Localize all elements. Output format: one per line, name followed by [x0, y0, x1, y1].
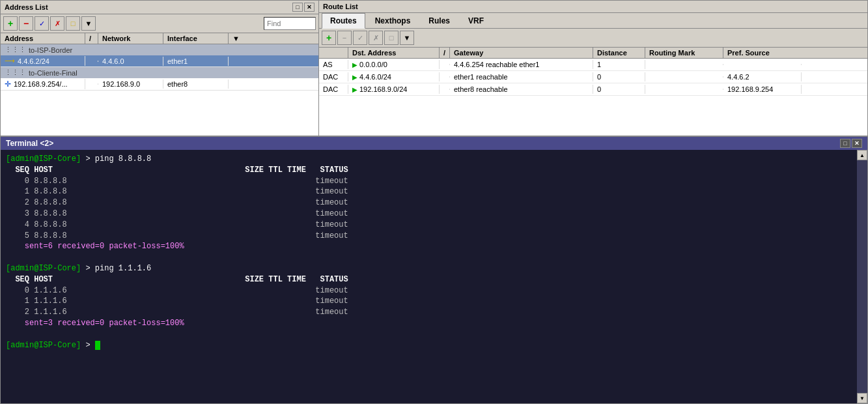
route-x-icon: ✗: [373, 34, 379, 42]
route-list-title: Route List: [323, 3, 358, 10]
terminal-ping1-row5: 5 8.8.8.8 timeout: [6, 231, 852, 242]
route-x-button[interactable]: ✗: [369, 31, 383, 45]
tab-rules[interactable]: Rules: [420, 13, 458, 28]
terminal-close-btn[interactable]: ✕: [852, 139, 862, 148]
terminal-blank-2: [6, 329, 852, 340]
x-button[interactable]: ✗: [50, 16, 64, 31]
route-dst-0: ▶ 0.0.0.0/0: [348, 60, 440, 69]
terminal-ping1-row2: 2 8.8.8.8 timeout: [6, 197, 852, 209]
route-arrow-0: ▶: [352, 61, 357, 68]
route-copy-icon: □: [389, 34, 394, 42]
route-col-dst[interactable]: Dst. Address: [348, 48, 440, 58]
col-slash[interactable]: /: [85, 33, 98, 44]
col-network[interactable]: Network: [98, 33, 163, 44]
route-check-button[interactable]: ✓: [353, 31, 367, 45]
remove-icon: −: [23, 18, 29, 29]
scroll-down-btn[interactable]: ▼: [857, 393, 867, 403]
route-remove-button[interactable]: −: [337, 31, 352, 45]
check-button[interactable]: ✓: [35, 16, 49, 31]
interface-cell-1: ether8: [163, 79, 229, 89]
address-list-panel: Address List □ ✕ + − ✓ ✗ □ ▼ Address / N…: [0, 0, 319, 136]
route-type-1: DAC: [319, 72, 348, 81]
route-row-1[interactable]: DAC ▶ 4.4.6.0/24 ether1 reachable 0 4.4.…: [319, 71, 867, 83]
route-add-icon: +: [326, 33, 331, 43]
copy-button[interactable]: □: [66, 16, 80, 31]
route-tabs-bar: Routes Nexthops Rules VRF: [319, 13, 867, 29]
route-row-0[interactable]: AS ▶ 0.0.0.0/0 4.4.6.254 reachable ether…: [319, 59, 867, 71]
bottom-area: Terminal <2> □ ✕ [admin@ISP-Core] > ping…: [0, 137, 868, 404]
route-col-pref[interactable]: Pref. Source: [723, 48, 802, 58]
route-col-gateway[interactable]: Gateway: [450, 48, 593, 58]
route-toolbar: + − ✓ ✗ □ ▼: [319, 29, 867, 48]
route-table-body: AS ▶ 0.0.0.0/0 4.4.6.254 reachable ether…: [319, 59, 867, 136]
terminal-ping1-row0: 0 8.8.8.8 timeout: [6, 176, 852, 187]
filter-button[interactable]: ▼: [81, 16, 96, 31]
route-row-2[interactable]: DAC ▶ 192.168.9.0/24 ether8 reachable 0 …: [319, 83, 867, 96]
terminal-ping2-summary: sent=3 received=0 packet-loss=100%: [6, 318, 852, 329]
group-isp-border: ⋮⋮⋮ to-ISP-Border: [1, 44, 318, 55]
address-row-1[interactable]: ✛ 192.168.9.254/... 192.168.9.0 ether8: [1, 78, 318, 91]
terminal-line-header-1: SEQ HOST SIZE TTL TIME STATUS: [6, 165, 852, 176]
route-arrow-2: ▶: [352, 86, 357, 93]
restore-btn[interactable]: □: [292, 3, 303, 12]
terminal-line-prompt2: [admin@ISP-Core] > ping 1.1.1.6: [6, 263, 852, 274]
route-copy-button[interactable]: □: [384, 31, 399, 45]
tab-routes[interactable]: Routes: [322, 13, 365, 29]
scroll-up-btn[interactable]: ▲: [857, 150, 867, 160]
route-add-button[interactable]: +: [322, 31, 336, 45]
col-interface[interactable]: Interface: [163, 33, 229, 44]
col-address[interactable]: Address: [1, 33, 85, 44]
close-btn[interactable]: ✕: [304, 3, 315, 12]
route-dst-1: ▶ 4.4.6.0/24: [348, 72, 440, 81]
add-icon: +: [8, 18, 13, 29]
terminal-panel: Terminal <2> □ ✕ [admin@ISP-Core] > ping…: [0, 137, 868, 404]
address-cell-1: ✛ 192.168.9.254/...: [1, 79, 85, 89]
terminal-ping1-summary: sent=6 received=0 packet-loss=100%: [6, 241, 852, 252]
terminal-ping2-row1: 1 1.1.1.6 timeout: [6, 296, 852, 307]
terminal-ping1-row1: 1 8.8.8.8 timeout: [6, 186, 852, 197]
route-dist-2: 0: [593, 85, 645, 94]
address-row-0[interactable]: ⟶ 4.4.6.2/24 4.4.6.0 ether1: [1, 55, 318, 67]
route-gw-0: 4.4.6.254 reachable ether1: [450, 60, 593, 69]
route-gw-2: ether8 reachable: [450, 85, 593, 94]
find-input[interactable]: [264, 17, 316, 30]
tab-vrf[interactable]: VRF: [460, 13, 492, 28]
route-col-slash[interactable]: /: [440, 48, 450, 58]
address-list-titlebar: Address List □ ✕: [1, 1, 318, 14]
terminal-blank-1: [6, 252, 852, 263]
route-check-icon: ✓: [357, 34, 363, 42]
route-remove-icon: −: [343, 34, 346, 42]
terminal-ping2-row2: 2 1.1.1.6 timeout: [6, 307, 852, 318]
add-button[interactable]: +: [3, 16, 18, 31]
remove-button[interactable]: −: [19, 16, 33, 31]
terminal-titlebar-buttons: □ ✕: [840, 139, 862, 148]
route-table-header: Dst. Address / Gateway Distance Routing …: [319, 48, 867, 59]
scrollbar-area: [857, 160, 867, 393]
route-col-type[interactable]: [319, 48, 348, 58]
terminal-body[interactable]: [admin@ISP-Core] > ping 8.8.8.8 SEQ HOST…: [1, 150, 857, 403]
slash-cell-1: [85, 83, 98, 85]
route-list-panel: Route List Routes Nexthops Rules VRF + −…: [319, 0, 868, 136]
group-cliente-final-label: to-Cliente-Final: [29, 69, 77, 77]
tab-nexthops[interactable]: Nexthops: [367, 13, 419, 28]
route-col-distance[interactable]: Distance: [593, 48, 645, 58]
col-filter-arrow[interactable]: ▼: [229, 33, 244, 44]
slash-cell-0: [85, 61, 98, 62]
x-icon: ✗: [55, 20, 61, 28]
terminal-line-0: [admin@ISP-Core] > ping 8.8.8.8: [6, 154, 852, 165]
route-pref-1: 4.4.6.2: [723, 72, 802, 81]
address-table-header: Address / Network Interface ▼: [1, 33, 318, 44]
route-type-2: DAC: [319, 85, 348, 94]
addr-icon-0: ⟶: [5, 57, 15, 65]
terminal-restore-btn[interactable]: □: [840, 139, 850, 148]
check-icon: ✓: [39, 20, 45, 28]
terminal-cursor: [95, 341, 100, 350]
route-col-mark[interactable]: Routing Mark: [645, 48, 723, 58]
network-cell-0: 4.4.6.0: [98, 57, 163, 66]
route-gw-1: ether1 reachable: [450, 72, 593, 81]
route-mark-2: [645, 89, 723, 90]
terminal-prompt-ready: [admin@ISP-Core] >: [6, 340, 852, 351]
terminal-title: Terminal <2>: [6, 139, 53, 148]
route-filter-button[interactable]: ▼: [400, 31, 414, 45]
route-dist-0: 1: [593, 60, 645, 69]
